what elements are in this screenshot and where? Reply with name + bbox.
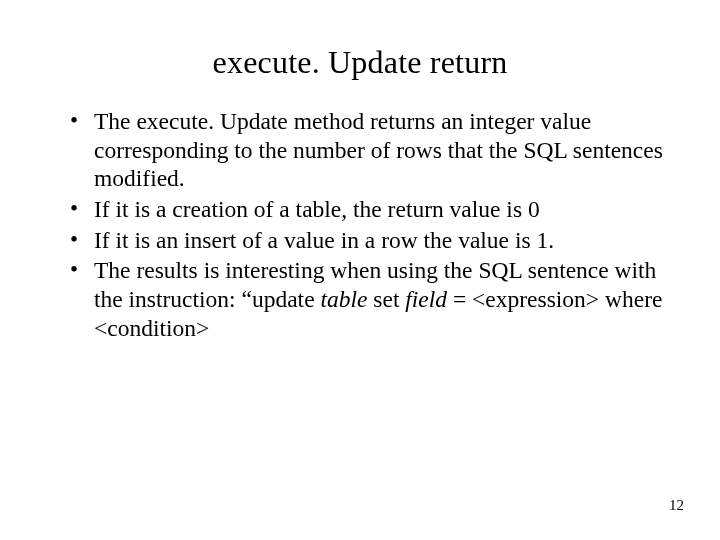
bullet-text: If it is an insert of a value in a row t… (94, 227, 554, 253)
page-number: 12 (669, 497, 684, 514)
slide-title: execute. Update return (56, 44, 664, 81)
list-item: If it is a creation of a table, the retu… (64, 195, 664, 224)
bullet-text-italic: table (320, 286, 367, 312)
list-item: The results is interesting when using th… (64, 256, 664, 342)
bullet-text-mid: set (367, 286, 405, 312)
bullet-list: The execute. Update method returns an in… (56, 107, 664, 342)
slide: execute. Update return The execute. Upda… (0, 0, 720, 540)
bullet-text-italic: field (405, 286, 447, 312)
list-item: The execute. Update method returns an in… (64, 107, 664, 193)
list-item: If it is an insert of a value in a row t… (64, 226, 664, 255)
bullet-text: The execute. Update method returns an in… (94, 108, 663, 191)
bullet-text: If it is a creation of a table, the retu… (94, 196, 540, 222)
